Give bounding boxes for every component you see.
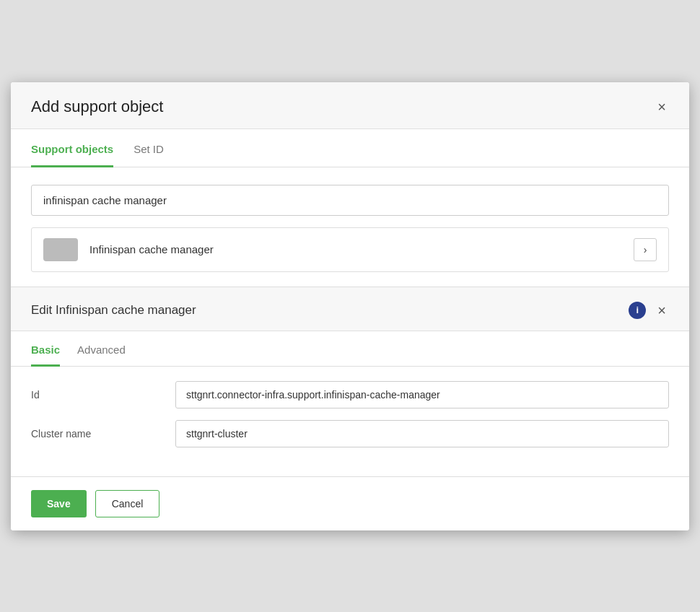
save-button[interactable]: Save: [31, 490, 87, 517]
result-item-label: Infinispan cache manager: [89, 243, 214, 255]
edit-panel: Edit Infinispan cache manager i × Basic …: [11, 287, 689, 530]
form-area: Id Cluster name: [11, 367, 689, 476]
cluster-name-input[interactable]: [175, 420, 669, 447]
modal-footer: Save Cancel: [11, 476, 689, 530]
tab-advanced[interactable]: Advanced: [77, 335, 126, 367]
tab-set-id[interactable]: Set ID: [134, 133, 164, 167]
edit-panel-header: Edit Infinispan cache manager i ×: [11, 287, 689, 331]
cluster-name-label: Cluster name: [31, 428, 175, 440]
edit-header-actions: i ×: [629, 300, 669, 320]
add-support-object-panel: Add support object × Support objects Set…: [11, 82, 689, 287]
result-item-left: Infinispan cache manager: [43, 238, 214, 261]
tab-support-objects[interactable]: Support objects: [31, 133, 113, 167]
modal-title: Add support object: [31, 97, 163, 116]
edit-tab-bar: Basic Advanced: [11, 334, 689, 367]
tab-bar: Support objects Set ID: [11, 132, 689, 167]
id-label: Id: [31, 389, 175, 401]
form-row-id: Id: [31, 381, 669, 408]
tab-basic[interactable]: Basic: [31, 335, 60, 367]
result-list: Infinispan cache manager ›: [11, 222, 689, 287]
modal: Add support object × Support objects Set…: [11, 82, 689, 530]
search-area: [11, 167, 689, 222]
result-item[interactable]: Infinispan cache manager ›: [31, 227, 669, 272]
id-input[interactable]: [175, 381, 669, 408]
form-row-cluster-name: Cluster name: [31, 420, 669, 447]
cache-manager-icon: [43, 238, 78, 261]
info-icon[interactable]: i: [629, 302, 646, 319]
search-input[interactable]: [31, 185, 669, 216]
modal-header: Add support object ×: [11, 82, 689, 129]
modal-close-button[interactable]: ×: [655, 97, 669, 117]
result-item-chevron-button[interactable]: ›: [634, 238, 657, 261]
cancel-button[interactable]: Cancel: [95, 490, 160, 517]
edit-panel-title: Edit Infinispan cache manager: [31, 303, 196, 318]
edit-panel-close-button[interactable]: ×: [655, 300, 669, 320]
